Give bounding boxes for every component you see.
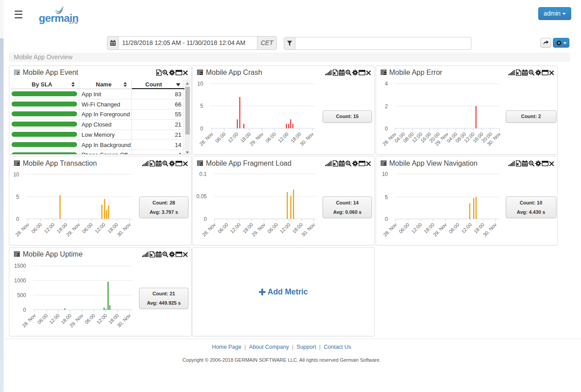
svg-text:12:00: 12:00	[227, 131, 239, 143]
svg-text:28. Nov: 28. Nov	[382, 222, 398, 238]
svg-text:30. Nov: 30. Nov	[300, 222, 316, 238]
svg-text:30. Nov: 30. Nov	[116, 222, 132, 238]
svg-text:0.05: 0.05	[196, 194, 207, 200]
svg-text:06:00: 06:00	[214, 131, 227, 143]
svg-text:30. Nov: 30. Nov	[299, 131, 315, 147]
svg-text:0: 0	[200, 125, 203, 131]
svg-text:30. Nov: 30. Nov	[482, 222, 498, 238]
svg-text:12:00: 12:00	[410, 222, 422, 234]
svg-text:28. Nov: 28. Nov	[14, 222, 30, 238]
svg-text:06:00: 06:00	[266, 222, 279, 234]
svg-text:10: 10	[382, 171, 388, 177]
svg-text:1500: 1500	[14, 263, 26, 269]
svg-text:0: 0	[23, 306, 26, 313]
svg-text:4: 4	[385, 81, 388, 87]
svg-text:06:00: 06:00	[217, 222, 229, 234]
svg-text:12:00: 12:00	[43, 222, 56, 234]
svg-text:29. Nov: 29. Nov	[432, 222, 448, 238]
svg-text:06:00: 06:00	[81, 222, 94, 234]
svg-text:5: 5	[16, 194, 19, 200]
svg-text:06:00: 06:00	[36, 312, 49, 325]
svg-text:10: 10	[197, 81, 204, 87]
svg-text:12:00: 12:00	[277, 131, 290, 143]
svg-text:12:00: 12:00	[94, 222, 106, 234]
svg-text:12:00: 12:00	[460, 222, 472, 234]
svg-text:12:00: 12:00	[279, 222, 291, 234]
svg-text:1000: 1000	[14, 278, 26, 284]
svg-text:0: 0	[16, 216, 19, 222]
svg-text:06:00: 06:00	[447, 222, 460, 234]
svg-text:28. Nov: 28. Nov	[198, 131, 214, 147]
svg-text:0: 0	[204, 216, 207, 222]
svg-text:29. Nov: 29. Nov	[251, 222, 267, 238]
svg-text:0.1: 0.1	[199, 171, 207, 177]
svg-text:12:00: 12:00	[95, 312, 108, 325]
svg-text:2: 2	[385, 103, 388, 109]
svg-text:06:00: 06:00	[30, 222, 43, 234]
svg-text:5: 5	[200, 103, 203, 109]
svg-text:5: 5	[385, 194, 388, 200]
svg-text:0: 0	[385, 216, 388, 222]
svg-text:29. Nov: 29. Nov	[249, 131, 265, 147]
svg-text:06:00: 06:00	[84, 312, 96, 325]
svg-text:28. Nov: 28. Nov	[21, 312, 37, 328]
svg-text:10: 10	[13, 172, 20, 178]
svg-text:29. Nov: 29. Nov	[65, 222, 81, 238]
svg-text:0: 0	[385, 125, 388, 131]
svg-text:30. Nov: 30. Nov	[116, 312, 132, 328]
svg-text:500: 500	[17, 292, 26, 298]
svg-text:06:00: 06:00	[264, 131, 277, 143]
svg-text:06:00: 06:00	[397, 222, 410, 234]
svg-text:29. Nov: 29. Nov	[69, 312, 85, 328]
svg-text:12:00: 12:00	[48, 312, 61, 325]
svg-text:28. Nov: 28. Nov	[201, 222, 217, 238]
svg-text:12:00: 12:00	[229, 222, 241, 234]
